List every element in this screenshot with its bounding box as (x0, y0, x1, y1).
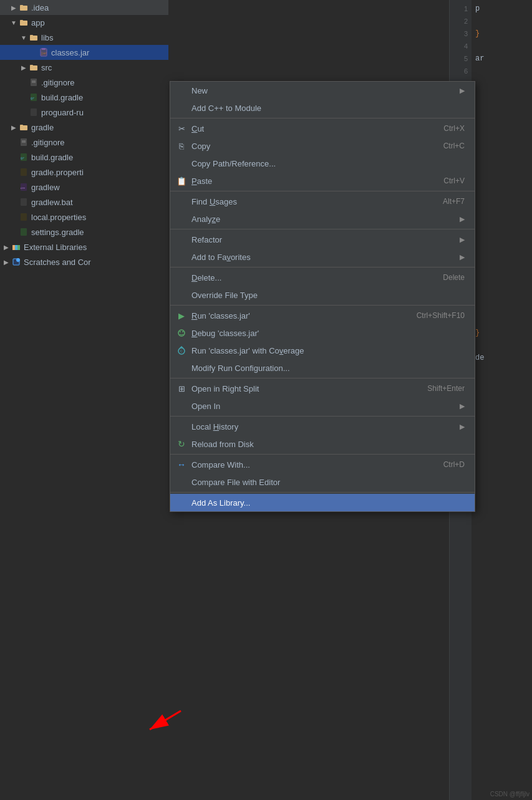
code-line-4 (475, 40, 528, 52)
bat-icon (19, 197, 29, 207)
add-favorites-icon (175, 251, 188, 263)
menu-item-override-file-type[interactable]: Override File Type (170, 286, 475, 304)
code-line-22 (475, 264, 528, 277)
svg-rect-0 (20, 6, 27, 11)
menu-item-add-library[interactable]: Add As Library... (170, 494, 475, 511)
menu-item-run[interactable]: ▶ Run 'classes.jar' Ctrl+Shift+F10 (170, 307, 475, 324)
code-line-25 (475, 302, 528, 314)
svg-rect-30 (12, 245, 15, 250)
tree-item-build-gradle-root[interactable]: gr build.gradle (0, 150, 168, 165)
menu-item-paste[interactable]: 📋 Paste Ctrl+V (170, 172, 475, 190)
delete-shortcut: Delete (443, 273, 465, 282)
tree-item-gradle-properties[interactable]: gradle.properti (0, 165, 168, 180)
tree-item-app[interactable]: ▼ app (0, 15, 168, 30)
external-libraries-icon (11, 242, 21, 252)
menu-item-run-coverage[interactable]: C Run 'classes.jar' with Coverage (170, 342, 475, 359)
menu-item-analyze[interactable]: Analyze ▶ (170, 210, 475, 228)
svg-rect-31 (15, 245, 17, 250)
svg-rect-1 (20, 5, 23, 6)
tree-label-libs: libs (41, 33, 54, 42)
line-num-6: 6 (450, 65, 472, 77)
tree-item-proguard[interactable]: proguard-ru (0, 105, 168, 120)
menu-item-add-cpp[interactable]: Add C++ to Module (170, 99, 475, 117)
tree-item-build-gradle-app[interactable]: gr build.gradle (0, 90, 168, 105)
tree-label-src: src (41, 63, 52, 72)
tree-label-build-gradle-app: build.gradle (41, 93, 83, 102)
menu-item-open-right-split[interactable]: ⊞ Open in Right Split Shift+Enter (170, 380, 475, 397)
tree-item-external-libraries[interactable]: ▶ External Libraries (0, 239, 168, 254)
add-cpp-icon (175, 102, 188, 114)
tree-item-gitignore-root[interactable]: .gitignore (0, 135, 168, 150)
menu-item-cut[interactable]: ✂ Cut Ctrl+X (170, 120, 475, 137)
tree-item-classes-jar[interactable]: jar classes.jar (0, 45, 168, 60)
code-line-27: } (475, 327, 528, 339)
jar-icon-classes: jar (39, 47, 49, 57)
svg-rect-16 (31, 108, 37, 116)
menu-item-debug[interactable]: Debug 'classes.jar' (170, 324, 475, 342)
tree-item-idea[interactable]: ▶ .idea (0, 0, 168, 15)
menu-item-open-in[interactable]: Open In ▶ (170, 397, 475, 415)
tree-item-scratches[interactable]: ▶ Scratches and Cor (0, 254, 168, 269)
code-line-14 (475, 165, 528, 177)
tree-item-gradlew-bat[interactable]: gradlew.bat (0, 195, 168, 210)
menu-label-add-cpp: Add C++ to Module (191, 104, 465, 113)
compare-with-shortcut: Ctrl+D (443, 460, 465, 469)
gradle-icon-root: gr (19, 152, 29, 162)
code-line-11 (475, 127, 528, 140)
svg-rect-24 (21, 168, 27, 176)
menu-item-modify-run[interactable]: Modify Run Configuration... (170, 359, 475, 377)
refactor-icon (175, 233, 188, 246)
code-line-5: ar (475, 52, 528, 65)
override-file-type-icon (175, 289, 188, 301)
tree-label-gradle: gradle (31, 123, 54, 132)
tree-item-local-properties[interactable]: local.properties (0, 210, 168, 224)
code-line-12 (475, 140, 528, 152)
menu-item-find-usages[interactable]: Find Usages Alt+F7 (170, 193, 475, 210)
svg-text:c++: c++ (21, 186, 26, 190)
analyze-arrow: ▶ (460, 215, 465, 223)
tree-item-settings-gradle[interactable]: settings.gradle (0, 224, 168, 239)
tree-item-src[interactable]: ▶ src (0, 60, 168, 75)
separator-2 (170, 191, 475, 191)
tree-label-local-properties: local.properties (31, 213, 86, 222)
gradle-icon-app: gr (29, 92, 39, 102)
scratches-icon (11, 257, 21, 267)
code-line-24 (475, 289, 528, 302)
svg-rect-10 (30, 65, 33, 66)
tree-item-gitignore-app[interactable]: .gitignore (0, 75, 168, 90)
code-line-1: p (475, 2, 528, 15)
tree-item-libs[interactable]: ▼ libs (0, 30, 168, 45)
svg-text:C: C (180, 349, 183, 353)
menu-item-refactor[interactable]: Refactor ▶ (170, 231, 475, 248)
menu-item-copy-path[interactable]: Copy Path/Reference... (170, 155, 475, 172)
menu-item-reload-disk[interactable]: ↻ Reload from Disk (170, 435, 475, 453)
tree-label-gitignore-root: .gitignore (31, 138, 64, 147)
menu-label-paste: Paste (191, 176, 433, 186)
code-line-15 (475, 177, 528, 190)
menu-item-compare-with[interactable]: ↔ Compare With... Ctrl+D (170, 456, 475, 473)
menu-label-add-library: Add As Library... (191, 498, 465, 508)
chevron-idea: ▶ (10, 4, 17, 11)
menu-label-add-favorites: Add to Favorites (191, 253, 455, 262)
run-shortcut: Ctrl+Shift+F10 (417, 311, 465, 320)
menu-item-new[interactable]: New ▶ (170, 82, 475, 99)
menu-item-local-history[interactable]: Local History ▶ (170, 418, 475, 435)
menu-item-compare-file[interactable]: Compare File with Editor (170, 473, 475, 491)
tree-item-gradlew[interactable]: c++ gradlew (0, 180, 168, 195)
tree-label-gradlew-bat: gradlew.bat (31, 198, 73, 207)
code-line-13 (475, 152, 528, 165)
menu-item-add-favorites[interactable]: Add to Favorites ▶ (170, 248, 475, 266)
tree-label-app: app (31, 18, 45, 27)
svg-rect-17 (20, 125, 27, 130)
tree-item-gradle[interactable]: ▶ gradle (0, 120, 168, 135)
menu-item-delete[interactable]: Delete... Delete (170, 269, 475, 286)
menu-label-modify-run: Modify Run Configuration... (191, 364, 465, 373)
folder-icon-libs (29, 32, 39, 42)
menu-item-copy[interactable]: ⎘ Copy Ctrl+C (170, 137, 475, 155)
separator-3 (170, 229, 475, 229)
separator-9 (170, 492, 475, 493)
gitignore-icon-app (29, 77, 39, 87)
chevron-build-gradle-app (20, 94, 27, 101)
menu-label-reload-disk: Reload from Disk (191, 440, 465, 449)
chevron-build-gradle-root (10, 153, 17, 161)
